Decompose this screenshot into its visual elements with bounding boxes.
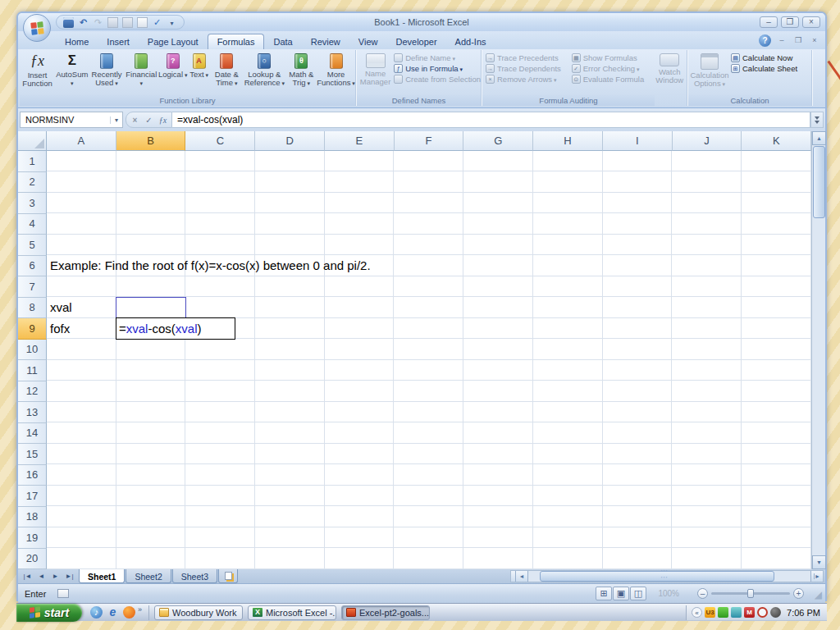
tab-developer[interactable]: Developer	[386, 34, 445, 49]
print-preview-icon[interactable]	[107, 17, 118, 28]
resize-grip[interactable]	[815, 589, 822, 600]
column-header-h[interactable]: H	[533, 131, 603, 151]
help-icon[interactable]	[759, 34, 771, 47]
row-header[interactable]: 1	[18, 151, 47, 172]
calculate-now-button[interactable]: ▤ Calculate Now	[731, 53, 797, 62]
lookup-reference-button[interactable]: ○ Lookup & Reference	[243, 50, 286, 95]
previous-sheet-icon[interactable]	[35, 573, 48, 580]
redo-icon[interactable]	[93, 17, 103, 28]
quick-launch-overflow-icon[interactable]	[138, 605, 142, 614]
tab-view[interactable]: View	[349, 34, 387, 49]
clock-tray-icon[interactable]	[770, 607, 781, 618]
customize-qat-icon[interactable]	[167, 17, 177, 28]
task-button-woodbury-work[interactable]: Woodbury Work	[154, 605, 243, 620]
task-button-microsoft-excel[interactable]: Microsoft Excel -...	[248, 605, 336, 620]
show-formulas-button[interactable]: ▦ Show Formulas	[572, 53, 653, 62]
firefox-icon[interactable]	[123, 606, 135, 619]
column-header-k[interactable]: K	[742, 131, 811, 151]
cell-b8-reference-highlight[interactable]	[116, 297, 186, 319]
column-header-e[interactable]: E	[325, 131, 395, 151]
zoom-slider-thumb[interactable]	[747, 589, 754, 598]
insert-function-icon[interactable]	[156, 116, 170, 125]
enter-icon[interactable]	[142, 116, 156, 125]
column-header-d[interactable]: D	[255, 131, 325, 151]
open-icon[interactable]	[122, 17, 133, 28]
date-time-button[interactable]: Date & Time	[211, 50, 243, 95]
math-trig-button[interactable]: θ Math & Trig	[286, 50, 317, 95]
task-button-excel-pt2-goals[interactable]: Excel-pt2-goals...	[341, 605, 430, 620]
name-box-dropdown-icon[interactable]	[110, 116, 122, 124]
cell-b9-edit-box[interactable]: =xval-cos(xval)	[116, 317, 235, 340]
u3-tray-icon[interactable]: U3	[705, 607, 715, 618]
more-functions-button[interactable]: More Functions	[317, 50, 355, 95]
horizontal-scroll-thumb[interactable]	[540, 571, 774, 582]
row-header[interactable]: 7	[18, 276, 47, 298]
column-header-c[interactable]: C	[185, 131, 255, 151]
trace-precedents-button[interactable]: → Trace Precedents	[486, 53, 572, 62]
calculate-sheet-button[interactable]: ⊞ Calculate Sheet	[731, 64, 797, 73]
financial-button[interactable]: Financial	[125, 50, 158, 95]
zoom-in-icon[interactable]	[793, 588, 804, 599]
column-header-f[interactable]: F	[395, 131, 464, 151]
row-header[interactable]: 4	[18, 214, 47, 235]
sheet-tab-sheet1[interactable]: Sheet1	[79, 569, 125, 583]
cells-area[interactable]: Example: Find the root of f(x)=x-cos(x) …	[47, 151, 811, 569]
create-from-selection-button[interactable]: Create from Selection	[394, 75, 481, 84]
zoom-level[interactable]: 100%	[658, 589, 679, 598]
tab-data[interactable]: Data	[264, 34, 301, 49]
close-button[interactable]	[802, 16, 820, 28]
row-header[interactable]: 19	[18, 527, 47, 549]
tab-home[interactable]: Home	[56, 34, 98, 49]
row-header[interactable]: 11	[18, 360, 47, 381]
first-sheet-icon[interactable]	[21, 573, 34, 580]
workbook-close-icon[interactable]	[809, 36, 820, 46]
scroll-left-icon[interactable]	[516, 571, 528, 582]
vertical-scrollbar[interactable]	[811, 131, 825, 569]
undo-icon[interactable]	[78, 17, 89, 28]
new-document-icon[interactable]	[137, 17, 148, 28]
sheet-tab-sheet2[interactable]: Sheet2	[126, 569, 171, 583]
row-header[interactable]: 8	[18, 298, 47, 319]
row-header[interactable]: 14	[18, 423, 47, 445]
column-header-a[interactable]: A	[47, 131, 116, 151]
cancel-icon[interactable]	[128, 116, 142, 125]
last-sheet-icon[interactable]	[63, 573, 75, 580]
row-header[interactable]: 2	[18, 172, 47, 194]
name-box[interactable]: NORMSINV	[20, 112, 123, 128]
autosum-button[interactable]: Σ AutoSum	[55, 50, 89, 95]
minimize-button[interactable]	[760, 16, 778, 28]
vertical-scroll-thumb[interactable]	[813, 146, 825, 218]
cell-a6-text[interactable]: Example: Find the root of f(x)=x-cos(x) …	[50, 255, 371, 276]
row-header[interactable]: 13	[18, 402, 47, 423]
row-header[interactable]: 12	[18, 381, 47, 403]
save-icon[interactable]	[63, 17, 74, 28]
sheet-tab-sheet3[interactable]: Sheet3	[172, 569, 217, 583]
music-player-icon[interactable]	[90, 606, 103, 619]
maximize-button[interactable]	[781, 16, 799, 28]
workbook-restore-icon[interactable]	[792, 36, 804, 46]
define-name-button[interactable]: Define Name	[394, 53, 481, 62]
column-header-j[interactable]: J	[673, 131, 742, 151]
scroll-up-icon[interactable]	[812, 131, 826, 145]
text-button[interactable]: A Text	[188, 50, 211, 95]
name-manager-button[interactable]: Name Manager	[357, 50, 394, 95]
use-in-formula-button[interactable]: ƒ Use in Formula	[394, 64, 481, 73]
spelling-icon[interactable]	[152, 17, 162, 28]
remove-arrows-button[interactable]: × Remove Arrows	[486, 75, 572, 84]
insert-worksheet-button[interactable]	[218, 569, 238, 583]
zoom-slider[interactable]	[711, 592, 790, 595]
column-header-g[interactable]: G	[463, 131, 533, 151]
column-header-b[interactable]: B	[116, 131, 186, 151]
tab-review[interactable]: Review	[302, 34, 349, 49]
row-header[interactable]: 16	[18, 465, 47, 486]
formula-input[interactable]: =xval-cos(xval)	[172, 112, 810, 128]
row-header[interactable]: 18	[18, 507, 47, 528]
scroll-down-icon[interactable]	[812, 555, 826, 569]
utility-tray-icon[interactable]	[731, 607, 742, 618]
column-header-i[interactable]: I	[603, 131, 673, 151]
row-header[interactable]: 10	[18, 340, 47, 361]
internet-explorer-icon[interactable]	[107, 606, 119, 619]
quicktime-tray-icon[interactable]	[757, 607, 768, 618]
row-header[interactable]: 15	[18, 444, 47, 465]
row-header[interactable]: 3	[18, 193, 47, 214]
